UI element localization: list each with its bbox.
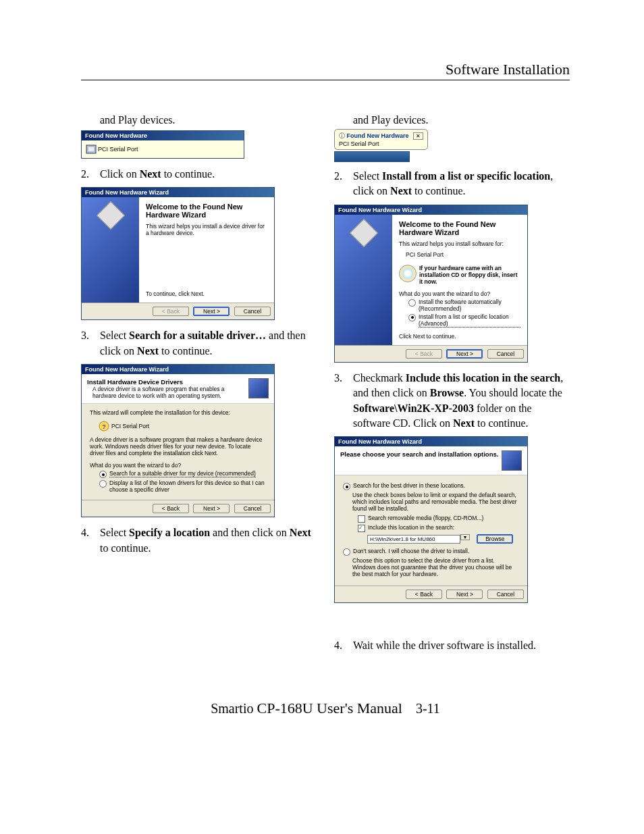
wizard-continue: To continue, click Next. [146,290,267,297]
radio-icon [99,480,107,488]
titlebar: Found New Hardware Wizard [335,437,527,446]
checkbox-icon [358,515,365,523]
device-label: PCI Serial Port [98,146,138,153]
cancel-button[interactable]: Cancel [487,349,524,359]
wizard-title: Welcome to the Found New Hardware Wizard [146,203,267,219]
browse-button[interactable]: Browse [477,534,513,544]
line2: A device driver is a software program th… [90,436,266,457]
next-button[interactable]: Next > [446,349,483,359]
radio-icon [343,548,350,556]
page-header: Software Installation [81,61,570,80]
device-label: PCI Serial Port [111,423,149,429]
step-3: 3. Checkmark Include this location in th… [334,371,570,432]
chip-icon [502,450,522,471]
back-button[interactable]: < Back [153,307,189,316]
close-icon[interactable]: ✕ [413,132,423,140]
radio-search[interactable]: Search for a suitable driver for my devi… [99,470,266,478]
device-label: PCI Serial Port [406,251,520,258]
text-pnp: and Play devices. [100,114,317,126]
next-button[interactable]: Next > [446,590,483,599]
wizard-header-title: Please choose your search and installati… [340,450,502,458]
question: What do you want the wizard to do? [90,462,266,469]
radio-icon [99,471,107,478]
step-4: 4. Select Specify a location and then cl… [81,525,317,556]
path-input[interactable]: H:\Win2k\ver1.8 for MU860 [367,535,460,544]
left-column: and Play devices. Found New Hardware PCI… [81,114,317,659]
chip-icon [84,143,98,155]
back-button[interactable]: < Back [153,504,189,513]
page-footer: Smartio CP-168U User's Manual 3-11 [81,700,570,717]
right-column: and Play devices. ⓘ Found New Hardware ✕… [334,114,570,659]
titlebar: Found New Hardware Wizard [82,365,274,374]
screenshot-search-options: Found New Hardware Wizard Please choose … [334,436,528,603]
chevron-down-icon[interactable]: ▼ [460,534,470,540]
next-button[interactable]: Next > [193,504,230,513]
radio-icon [343,483,350,490]
cancel-button[interactable]: Cancel [234,307,271,316]
svg-text:?: ? [102,423,105,430]
wizard-subtext: This wizard helps you install software f… [399,240,520,247]
radio-display-list[interactable]: Display a list of the known drivers for … [99,479,266,493]
r2-sub: Choose this option to select the device … [352,557,519,577]
device-label: PCI Serial Port [339,140,379,147]
radio-dont-search[interactable]: Don't search. I will choose the driver t… [343,548,519,556]
question: What do you want the wizard to do? [399,290,520,297]
radio-auto[interactable]: Install the software automatically (Reco… [408,298,520,312]
wizard-sidebar [82,197,139,303]
text-pnp: and Play devices. [353,114,570,126]
screenshot-welcome-wizard: Found New Hardware Wizard Welcome to the… [81,187,275,320]
next-button[interactable]: Next > [193,307,230,316]
chip-icon [350,219,378,247]
r1-sub: Use the check boxes below to limit or ex… [352,492,519,512]
continue-text: Click Next to continue. [399,333,520,340]
chip-icon [97,201,125,230]
screenshot-found-hw-tooltip: Found New Hardware PCI Serial Port [81,130,244,159]
screenshot-xp-welcome: Found New Hardware Wizard Welcome to the… [334,205,528,363]
radio-specific[interactable]: Install from a list or specific location… [408,313,520,328]
step-2: 2. Select Install from a list or specifi… [334,169,570,199]
cd-note: If your hardware came with an installati… [419,265,520,285]
cancel-button[interactable]: Cancel [234,504,271,513]
back-button[interactable]: < Back [406,590,442,599]
chip-icon [248,378,269,398]
wizard-subtext: This wizard helps you install a device d… [146,223,267,236]
wizard-header-title: Install Hardware Device Drivers [87,378,248,386]
check-include-location[interactable]: Include this location in the search: [358,524,519,532]
svg-rect-1 [88,147,94,151]
cd-icon [399,265,417,282]
line1: This wizard will complete the installati… [90,409,266,416]
device-icon: ? [98,420,111,432]
back-button[interactable]: < Back [406,349,442,359]
wizard-title: Welcome to the Found New Hardware Wizard [399,220,520,236]
step-3: 3. Select Search for a suitable driver… … [81,328,317,359]
screenshot-install-drivers: Found New Hardware Wizard Install Hardwa… [81,364,275,517]
balloon-found-hw: ⓘ Found New Hardware ✕ PCI Serial Port [334,129,428,150]
cancel-button[interactable]: Cancel [487,590,524,599]
radio-icon [408,314,416,321]
wizard-sidebar [335,215,392,345]
titlebar: Found New Hardware [82,131,244,140]
check-removable[interactable]: Search removable media (floppy, CD-ROM..… [358,515,519,523]
radio-icon [408,299,416,307]
step-2: 2. Click on Next to continue. [81,167,317,182]
wizard-header-sub: A device driver is a software program th… [87,386,248,399]
taskbar-strip [334,151,410,162]
titlebar: Found New Hardware Wizard [82,188,274,197]
radio-search-best[interactable]: Search for the best driver in these loca… [343,482,519,490]
checkbox-icon [358,525,365,532]
titlebar: Found New Hardware Wizard [335,205,527,215]
step-4: 4. Wait while the driver software is ins… [334,638,570,653]
